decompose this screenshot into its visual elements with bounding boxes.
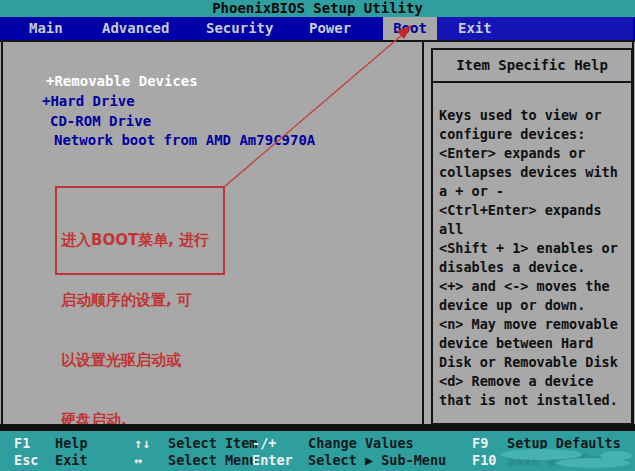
help-text-line: Disk or Removable Disk xyxy=(439,355,618,369)
footer-key-f1: F1 xyxy=(14,436,30,450)
help-text-line: Keys used to view or xyxy=(439,108,602,122)
footer-key-f9: F9 xyxy=(472,436,488,450)
boot-item-hard-drive[interactable]: +Hard Drive xyxy=(42,94,135,108)
title-bar: PhoenixBIOS Setup Utility xyxy=(0,0,635,17)
help-text-line: <Enter> expands or xyxy=(439,146,585,160)
help-text-line: <+> and <-> moves the xyxy=(439,279,610,293)
content-top-border xyxy=(0,40,635,42)
menu-item-main[interactable]: Main xyxy=(29,17,63,40)
menu-item-boot-selected[interactable]: Boot xyxy=(383,17,437,40)
content-left-border xyxy=(1,40,3,426)
menu-item-power[interactable]: Power xyxy=(309,17,351,40)
footer-separator xyxy=(0,424,635,431)
help-panel-title: Item Specific Help xyxy=(433,50,631,83)
help-text-line: <n> May move removable xyxy=(439,317,618,331)
footer-key-leftright-arrows-icon: ↔ xyxy=(134,453,142,467)
annotation-line: 启动顺序的设置, 可 xyxy=(61,290,223,310)
help-text-line: device up or down. xyxy=(439,298,585,312)
menu-item-exit[interactable]: Exit xyxy=(458,17,492,40)
footer-key-minus-plus: -/+ xyxy=(252,436,276,450)
help-text-line: <d> Remove a device xyxy=(439,374,593,388)
help-text-line: configure devices: xyxy=(439,127,585,141)
footer-desc-select-menu: Select Menu xyxy=(168,453,257,467)
bios-setup-screen: PhoenixBIOS Setup Utility Main Advanced … xyxy=(0,0,635,471)
smudge-blob xyxy=(600,451,632,460)
footer-key-enter: Enter xyxy=(252,453,293,467)
footer-desc-help: Help xyxy=(55,436,88,450)
boot-item-cdrom-drive[interactable]: CD-ROM Drive xyxy=(50,114,151,128)
help-text-line: collapses devices with xyxy=(439,165,618,179)
menu-item-security[interactable]: Security xyxy=(206,17,273,40)
item-specific-help-panel: Item Specific Help Keys used to view or … xyxy=(431,48,633,425)
menu-bar: Main Advanced Security Power Boot Exit xyxy=(0,17,635,40)
footer-desc-select-item: Select Item xyxy=(168,436,257,450)
footer-key-legend: F1 Help ↑↓ Select Item -/+ Change Values… xyxy=(0,431,635,471)
help-text-line: disables a device. xyxy=(439,260,585,274)
help-text-line: all xyxy=(439,222,463,236)
footer-desc-change-values: Change Values xyxy=(308,436,414,450)
boot-item-network-boot[interactable]: Network boot from AMD Am79C970A xyxy=(54,133,315,147)
annotation-box: 进入BOOT菜单, 进行 启动顺序的设置, 可 以设置光驱启动或 硬盘启动. xyxy=(55,186,225,275)
boot-item-removable-devices[interactable]: +Removable Devices xyxy=(46,74,198,88)
help-text-line: that is not installed. xyxy=(439,393,618,407)
help-text-line: <Ctrl+Enter> expands xyxy=(439,203,602,217)
panel-divider xyxy=(422,40,424,426)
footer-desc-setup-defaults: Setup Defaults xyxy=(507,436,621,450)
footer-desc-exit: Exit xyxy=(55,453,88,467)
footer-key-updown-arrows-icon: ↑↓ xyxy=(134,436,150,450)
app-title: PhoenixBIOS Setup Utility xyxy=(212,0,423,16)
annotation-line: 以设置光驱启动或 xyxy=(61,350,223,370)
menu-item-advanced[interactable]: Advanced xyxy=(102,17,169,40)
footer-key-f10: F10 xyxy=(472,453,496,467)
footer-key-esc: Esc xyxy=(14,453,38,467)
help-text-line: a + or - xyxy=(439,184,504,198)
footer-desc-select-submenu: Select ▶ Sub-Menu xyxy=(308,453,446,467)
help-text-line: device between Hard xyxy=(439,336,593,350)
help-text-line: <Shift + 1> enables or xyxy=(439,241,618,255)
annotation-line: 进入BOOT菜单, 进行 xyxy=(61,230,223,250)
